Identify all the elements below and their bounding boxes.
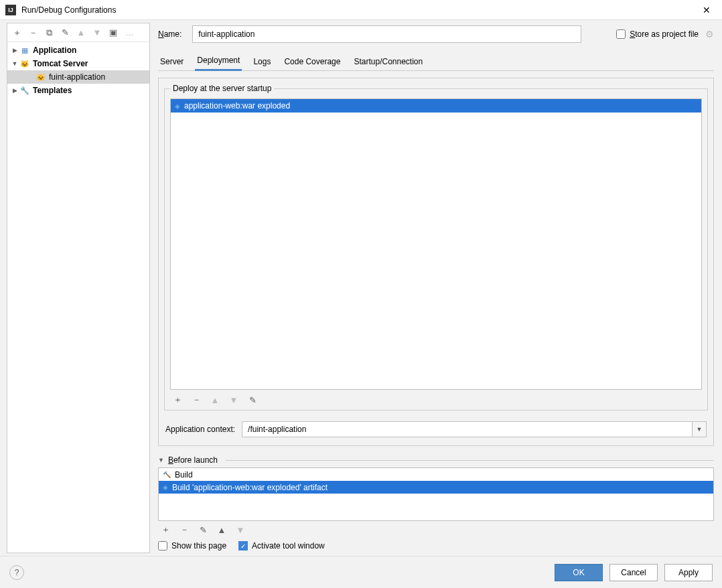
ok-button[interactable]: OK [555,564,603,581]
before-launch-section: ▼ Before launch 🔨 Build ◈ Build 'applica… [158,455,714,555]
application-icon: ▦ [19,45,30,56]
tomcat-icon: 🐱 [35,72,46,82]
move-up-button: ▲ [76,27,86,38]
before-launch-list[interactable]: 🔨 Build ◈ Build 'application-web:war exp… [158,467,714,521]
app-icon: IJ [5,5,16,15]
move-up-artifact-button: ▲ [209,394,221,406]
before-launch-item-build-artifact[interactable]: ◈ Build 'application-web:war exploded' a… [159,481,713,494]
before-launch-item-build[interactable]: 🔨 Build [159,468,713,481]
content-area: Name: Store as project file ⚙ Server Dep… [150,20,722,556]
name-label: Name: [158,29,184,39]
deploy-toolbar: ＋ － ▲ ▼ ✎ [170,390,702,407]
deploy-artifact-list[interactable]: ◈ application-web:war exploded [170,98,702,390]
tomcat-icon: 🐱 [19,58,30,69]
move-down-button: ▼ [92,27,102,38]
remove-button[interactable]: － [27,27,38,38]
context-label: Application context: [165,425,235,434]
context-input[interactable] [242,421,692,437]
before-launch-toolbar: ＋ － ✎ ▲ ▼ [158,521,714,540]
tab-code-coverage[interactable]: Code Coverage [282,54,342,70]
tab-startup-connection[interactable]: Startup/Connection [352,54,425,70]
tab-deployment[interactable]: Deployment [195,52,242,71]
window-title: Run/Debug Configurations [21,5,697,15]
add-button[interactable]: ＋ [11,27,22,38]
add-task-button[interactable]: ＋ [159,524,171,536]
add-artifact-button[interactable]: ＋ [171,394,184,406]
remove-artifact-button[interactable]: － [190,394,202,406]
move-up-task-button[interactable]: ▲ [216,524,228,536]
edit-task-button[interactable]: ✎ [197,524,209,536]
store-as-project-file[interactable]: Store as project file ⚙ [616,29,714,40]
tree-item-application[interactable]: ▶ ▦ Application [7,44,149,57]
store-checkbox[interactable] [616,29,626,39]
deploy-item[interactable]: ◈ application-web:war exploded [171,99,701,113]
tree-item-label: Tomcat Server [33,59,88,68]
tree-item-label: fuint-application [49,72,105,82]
sidebar-toolbar: ＋ － ⧉ ✎ ▲ ▼ ▣ … [7,23,149,42]
context-combo[interactable]: ▼ [242,421,707,437]
chevron-down-icon[interactable]: ▼ [10,60,19,67]
tree-item-label: Templates [33,86,72,95]
chevron-right-icon[interactable]: ▶ [10,87,19,94]
tab-logs[interactable]: Logs [251,54,273,70]
wrench-icon: 🔧 [19,85,30,96]
activate-tool-window-checkbox[interactable]: ✓ Activate tool window [238,541,325,550]
deploy-legend: Deploy at the server startup [170,84,274,93]
tree-item-label: Application [33,46,76,55]
deploy-item-label: application-web:war exploded [184,101,290,111]
chevron-right-icon[interactable]: ▶ [10,47,19,54]
before-launch-header[interactable]: ▼ Before launch [158,455,714,465]
config-tree: ▶ ▦ Application ▼ 🐱 Tomcat Server 🐱 fuin… [7,42,149,553]
show-page-label: Show this page [171,541,226,550]
folder-button[interactable]: ▣ [108,27,119,38]
before-launch-item-label: Build [175,470,193,480]
edit-artifact-button[interactable]: ✎ [246,394,259,406]
deploy-fieldset: Deploy at the server startup ◈ applicati… [164,84,708,411]
chevron-down-icon[interactable]: ▼ [692,421,707,437]
deployment-panel: Deploy at the server startup ◈ applicati… [158,78,714,446]
move-down-task-button: ▼ [234,524,246,536]
tree-item-templates[interactable]: ▶ 🔧 Templates [7,84,149,97]
footer-checkboxes: Show this page ✓ Activate tool window [158,540,714,555]
tree-item-fuint-application[interactable]: 🐱 fuint-application [7,70,149,84]
tab-server[interactable]: Server [158,54,186,70]
show-this-page-checkbox[interactable]: Show this page [158,541,226,550]
artifact-icon: ◈ [163,484,168,491]
store-label: Store as project file [630,29,699,39]
before-launch-label: Before launch [168,455,218,465]
edit-defaults-button[interactable]: ✎ [60,27,70,38]
tree-item-tomcat[interactable]: ▼ 🐱 Tomcat Server [7,57,149,70]
tab-bar: Server Deployment Logs Code Coverage Sta… [158,52,714,71]
caret-down-icon[interactable]: ▼ [158,457,164,463]
close-icon[interactable]: ✕ [697,0,717,20]
apply-button[interactable]: Apply [664,564,713,581]
help-button[interactable]: ? [9,565,24,580]
copy-button[interactable]: ⧉ [44,27,54,38]
remove-task-button[interactable]: － [178,524,190,536]
cancel-button[interactable]: Cancel [609,564,658,581]
config-sidebar: ＋ － ⧉ ✎ ▲ ▼ ▣ … ▶ ▦ Application ▼ 🐱 Tomc… [7,23,150,553]
before-launch-item-label: Build 'application-web:war exploded' art… [172,483,328,492]
gear-icon[interactable]: ⚙ [705,29,714,40]
move-down-artifact-button: ▼ [228,394,240,406]
name-input[interactable] [192,25,581,43]
activate-box[interactable]: ✓ [238,541,248,550]
artifact-icon: ◈ [175,102,180,110]
activate-label: Activate tool window [252,541,325,550]
titlebar: IJ Run/Debug Configurations ✕ [0,0,722,20]
show-page-box[interactable] [158,541,167,550]
dialog-footer: ? OK Cancel Apply [0,556,722,588]
divider [226,460,714,461]
name-row: Name: Store as project file ⚙ [158,24,714,44]
expand-button: … [124,27,135,38]
hammer-icon: 🔨 [163,471,171,478]
application-context-row: Application context: ▼ [159,416,713,445]
